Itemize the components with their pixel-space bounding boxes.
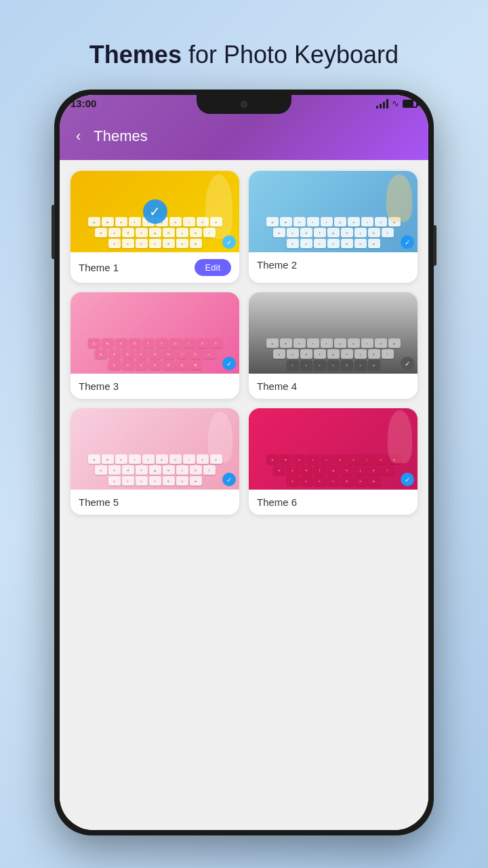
theme-5-preview: qwertyuiop asdfghjkl zxcvbnm ✓ <box>70 408 239 490</box>
theme-3-preview: QWERTYUIOP ASDFGHJKL ZXCVBNM ✓ <box>70 292 239 374</box>
theme-card-1[interactable]: qwertyuiop asdfghjkl zxcvbnm <box>70 171 239 283</box>
notch <box>197 95 291 114</box>
theme-2-preview: qwertyuiop asdfghjkl zxcvbnm ✓ <box>249 171 418 252</box>
themes-grid: qwertyuiop asdfghjkl zxcvbnm <box>70 171 418 515</box>
theme-6-label: Theme 6 <box>257 496 297 508</box>
theme-3-label-row: Theme 3 <box>70 374 239 399</box>
battery-icon <box>403 100 418 108</box>
theme-4-label-row: Theme 4 <box>249 374 418 399</box>
wifi-icon: ∿ <box>392 98 399 108</box>
header-title: Themes <box>94 127 147 145</box>
theme-1-preview: qwertyuiop asdfghjkl zxcvbnm <box>70 171 239 252</box>
theme-2-label-row: Theme 2 <box>249 252 418 277</box>
theme-3-label: Theme 3 <box>79 380 119 392</box>
theme-4-label: Theme 4 <box>257 380 297 392</box>
signal-icon <box>376 99 388 108</box>
volume-button <box>52 205 55 259</box>
theme-6-preview: qwertyuiop asdfghjkl zxcvbnm ✓ <box>249 408 418 490</box>
camera <box>241 101 247 108</box>
theme-2-label: Theme 2 <box>257 259 297 271</box>
theme-5-label: Theme 5 <box>79 496 119 508</box>
theme-card-4[interactable]: qwertyuiop asdfghjkl zxcvbnm ✓ <box>249 292 418 399</box>
theme-card-6[interactable]: qwertyuiop asdfghjkl zxcvbnm ✓ <box>249 408 418 515</box>
theme-card-5[interactable]: qwertyuiop asdfghjkl zxcvbnm ✓ <box>70 408 239 515</box>
themes-content: qwertyuiop asdfghjkl zxcvbnm <box>60 160 428 830</box>
theme-1-edit-button[interactable]: Edit <box>195 259 231 276</box>
theme-card-2[interactable]: qwertyuiop asdfghjkl zxcvbnm ✓ <box>249 171 418 283</box>
status-time: 13:00 <box>70 98 96 109</box>
page-title: Themes for Photo Keyboard <box>89 41 399 69</box>
theme-6-label-row: Theme 6 <box>249 490 418 515</box>
status-icons: ∿ <box>376 98 418 108</box>
theme-5-label-row: Theme 5 <box>70 490 239 515</box>
power-button <box>433 225 436 266</box>
theme-card-3[interactable]: QWERTYUIOP ASDFGHJKL ZXCVBNM ✓ <box>70 292 239 399</box>
back-button[interactable]: ‹ <box>73 125 83 148</box>
theme-4-preview: qwertyuiop asdfghjkl zxcvbnm ✓ <box>249 292 418 374</box>
theme-1-label-row: Theme 1 Edit <box>70 252 239 283</box>
phone-frame: 13:00 ∿ ‹ Themes <box>54 90 434 835</box>
theme-1-label: Theme 1 <box>79 262 119 273</box>
